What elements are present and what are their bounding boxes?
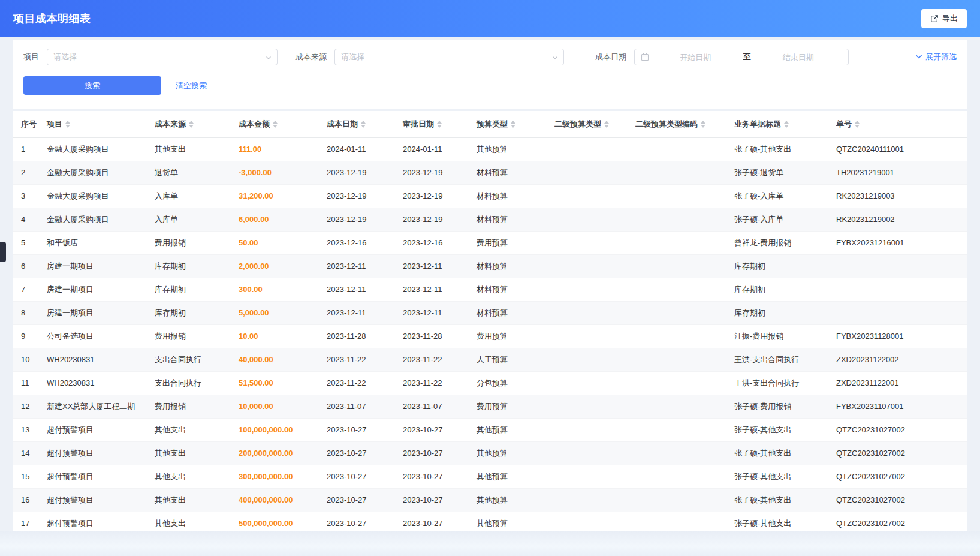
cell-sub-budget-type	[546, 231, 627, 254]
cell-sub-budget-type-code	[627, 278, 726, 301]
cell-doc-title: 张子硕-其他支出	[726, 418, 828, 441]
cell-cost-source: 其他支出	[146, 441, 230, 465]
cell-cost-amount: 400,000,000.00	[230, 488, 318, 512]
cell-cost-date: 2023-12-19	[318, 184, 394, 208]
sort-icon[interactable]	[65, 121, 70, 128]
cell-doc-title: 王洪-支出合同执行	[726, 371, 828, 395]
cell-budget-type: 材料预算	[468, 161, 546, 184]
cell-sub-budget-type-code	[627, 301, 726, 324]
cell-budget-type: 人工预算	[468, 348, 546, 371]
table-row: 13超付预警项目其他支出100,000,000.002023-10-272023…	[13, 418, 967, 441]
cell-approval-date: 2023-11-22	[394, 348, 468, 371]
column-label-sub-budget-type-code: 二级预算类型编码	[635, 119, 698, 128]
cell-approval-date: 2023-12-11	[394, 301, 468, 324]
column-header-doc-number[interactable]: 单号	[828, 111, 967, 137]
cell-sub-budget-type-code	[627, 324, 726, 348]
column-label-approval-date: 审批日期	[403, 119, 434, 128]
drawer-handle[interactable]	[0, 242, 6, 262]
cell-index: 13	[13, 418, 38, 441]
table-row: 8房建一期项目库存期初5,000.002023-12-112023-12-11材…	[13, 301, 967, 324]
expand-filters-link[interactable]: 展开筛选	[915, 52, 957, 62]
table-row: 11WH20230831支出合同执行51,500.002023-11-22202…	[13, 371, 967, 395]
sort-icon[interactable]	[604, 121, 609, 128]
chevron-down-icon	[551, 54, 559, 63]
cell-index: 12	[13, 395, 38, 418]
column-header-cost-amount[interactable]: 成本金额	[230, 111, 318, 137]
cell-budget-type: 费用预算	[468, 395, 546, 418]
cell-sub-budget-type-code	[627, 371, 726, 395]
cell-cost-source: 费用报销	[146, 324, 230, 348]
cell-doc-title: 张子硕-其他支出	[726, 441, 828, 465]
cell-cost-date: 2023-12-19	[318, 161, 394, 184]
sort-icon[interactable]	[701, 121, 705, 128]
cost-source-filter-label: 成本来源	[295, 52, 327, 62]
column-header-cost-source[interactable]: 成本来源	[146, 111, 230, 137]
column-header-budget-type[interactable]: 预算类型	[468, 111, 546, 137]
cell-cost-amount: 51,500.00	[230, 371, 318, 395]
cell-cost-amount: 10,000.00	[230, 395, 318, 418]
cell-cost-amount: 111.00	[230, 137, 318, 161]
cell-cost-date: 2023-11-22	[318, 371, 394, 395]
sort-icon[interactable]	[855, 121, 860, 128]
column-label-doc-number: 单号	[836, 119, 852, 128]
project-select-placeholder: 请选择	[53, 52, 77, 62]
cost-source-select[interactable]: 请选择	[334, 49, 564, 65]
cell-doc-number: FYBX20231107001	[828, 395, 967, 418]
start-date-input[interactable]	[652, 53, 740, 62]
cell-doc-number: QTZC20231027002	[828, 512, 967, 531]
sort-icon[interactable]	[784, 121, 789, 128]
sort-icon[interactable]	[273, 121, 278, 128]
column-header-sub-budget-type[interactable]: 二级预算类型	[546, 111, 627, 137]
project-select[interactable]: 请选择	[47, 49, 278, 65]
cell-sub-budget-type	[546, 395, 627, 418]
column-label-budget-type: 预算类型	[477, 119, 508, 128]
table-row: 14超付预警项目其他支出200,000,000.002023-10-272023…	[13, 441, 967, 465]
column-header-project[interactable]: 项目	[38, 111, 146, 137]
table-row: 7房建一期项目库存期初300.002023-12-112023-12-11材料预…	[13, 278, 967, 301]
cell-project: 新建XX总部大厦工程二期	[38, 395, 146, 418]
cell-cost-date: 2023-11-07	[318, 395, 394, 418]
clear-search-link[interactable]: 清空搜索	[176, 80, 207, 91]
table-row: 16超付预警项目其他支出400,000,000.002023-10-272023…	[13, 488, 967, 512]
page-background-strip	[0, 531, 980, 556]
column-header-doc-title[interactable]: 业务单据标题	[726, 111, 828, 137]
cost-date-range-picker[interactable]: 至	[634, 49, 849, 65]
cell-doc-title: 张子硕-退货单	[726, 161, 828, 184]
cell-doc-title: 汪振-费用报销	[726, 324, 828, 348]
cell-cost-source: 其他支出	[146, 488, 230, 512]
column-header-sub-budget-type-code[interactable]: 二级预算类型编码	[627, 111, 726, 137]
cell-project: WH20230831	[38, 348, 146, 371]
table-row: 17超付预警项目其他支出500,000,000.002023-10-272023…	[13, 512, 967, 531]
column-header-index[interactable]: 序号	[13, 111, 38, 137]
sort-icon[interactable]	[189, 121, 194, 128]
cost-date-filter-label: 成本日期	[595, 52, 626, 62]
cell-sub-budget-type	[546, 371, 627, 395]
cell-budget-type: 费用预算	[468, 324, 546, 348]
cell-cost-amount: 500,000,000.00	[230, 512, 318, 531]
end-date-input[interactable]	[755, 53, 843, 62]
chevron-down-icon	[915, 52, 923, 62]
column-header-cost-date[interactable]: 成本日期	[318, 111, 394, 137]
cell-sub-budget-type-code	[627, 441, 726, 465]
table-row: 2金融大厦采购项目退货单-3,000.002023-12-192023-12-1…	[13, 161, 967, 184]
cell-doc-title: 张子硕-费用报销	[726, 395, 828, 418]
cell-budget-type: 材料预算	[468, 184, 546, 208]
cell-cost-date: 2023-12-19	[318, 208, 394, 231]
search-button[interactable]: 搜索	[23, 76, 161, 95]
cell-sub-budget-type-code	[627, 137, 726, 161]
cell-sub-budget-type-code	[627, 465, 726, 488]
cell-approval-date: 2023-12-11	[394, 254, 468, 278]
sort-icon[interactable]	[361, 121, 366, 128]
cell-project: 金融大厦采购项目	[38, 184, 146, 208]
cell-cost-date: 2023-10-27	[318, 465, 394, 488]
expand-filters-label: 展开筛选	[925, 52, 957, 62]
cell-cost-amount: 5,000.00	[230, 301, 318, 324]
sort-icon[interactable]	[511, 121, 515, 128]
cell-approval-date: 2023-10-27	[394, 441, 468, 465]
cell-approval-date: 2023-11-28	[394, 324, 468, 348]
sort-icon[interactable]	[437, 121, 442, 128]
cell-approval-date: 2023-11-07	[394, 395, 468, 418]
cell-sub-budget-type	[546, 418, 627, 441]
column-header-approval-date[interactable]: 审批日期	[394, 111, 468, 137]
export-button[interactable]: 导出	[921, 9, 967, 28]
